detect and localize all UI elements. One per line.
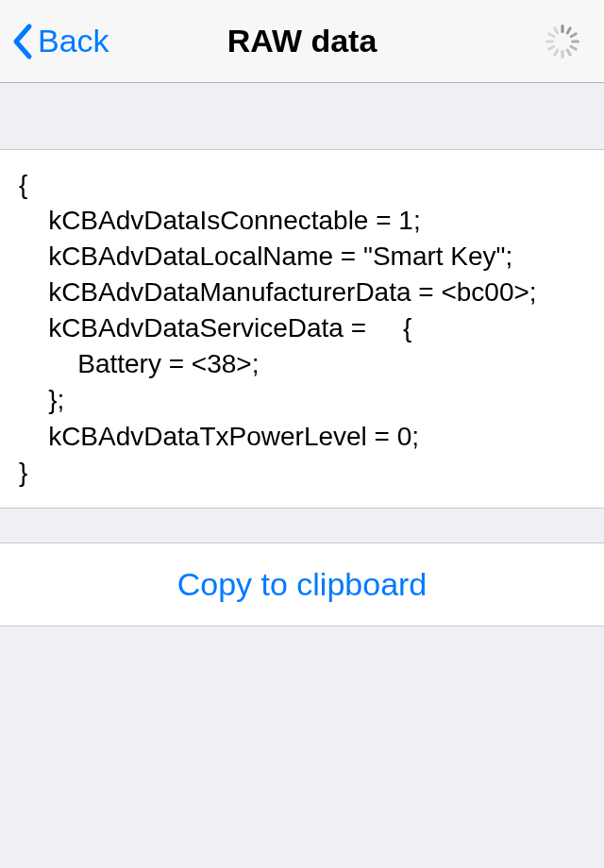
svg-rect-6 bbox=[562, 50, 564, 58]
svg-rect-0 bbox=[562, 25, 564, 33]
activity-spinner-icon bbox=[544, 23, 581, 60]
page-title: RAW data bbox=[227, 23, 378, 59]
back-button[interactable]: Back bbox=[0, 23, 109, 60]
svg-rect-10 bbox=[547, 31, 556, 38]
svg-rect-1 bbox=[565, 25, 572, 34]
svg-rect-7 bbox=[553, 48, 560, 57]
svg-rect-9 bbox=[545, 40, 554, 42]
svg-rect-5 bbox=[565, 48, 572, 57]
svg-rect-11 bbox=[553, 25, 560, 34]
back-label: Back bbox=[38, 23, 109, 59]
svg-rect-3 bbox=[571, 40, 579, 42]
copy-to-clipboard-button[interactable]: Copy to clipboard bbox=[177, 566, 428, 602]
svg-rect-2 bbox=[569, 31, 578, 38]
svg-rect-8 bbox=[547, 44, 556, 51]
svg-rect-4 bbox=[569, 44, 578, 51]
raw-data-text: { kCBAdvDataIsConnectable = 1; kCBAdvDat… bbox=[19, 167, 585, 491]
copy-action-cell[interactable]: Copy to clipboard bbox=[0, 542, 604, 626]
chevron-left-icon bbox=[11, 23, 34, 60]
navigation-bar: Back RAW data bbox=[0, 0, 604, 83]
raw-data-cell: { kCBAdvDataIsConnectable = 1; kCBAdvDat… bbox=[0, 149, 604, 509]
